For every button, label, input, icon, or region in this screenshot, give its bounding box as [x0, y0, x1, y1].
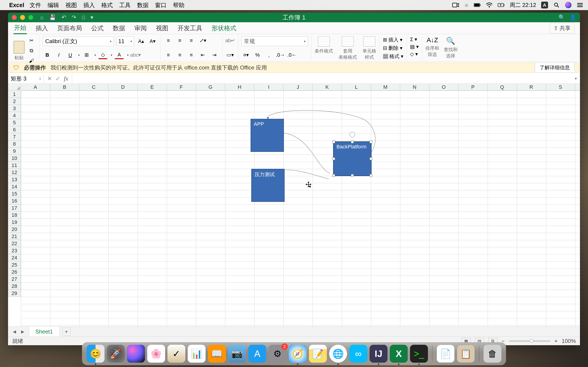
qat-undo-icon[interactable]: ↶ [61, 14, 66, 21]
spotlight-icon[interactable] [553, 2, 560, 8]
menu-tools[interactable]: 工具 [119, 1, 131, 9]
resize-handle-se[interactable] [370, 174, 372, 177]
dock-systempreferences-icon[interactable]: ⚙2 [268, 345, 286, 363]
tab-data[interactable]: 数据 [112, 23, 126, 34]
row-header[interactable]: 13 [8, 176, 21, 183]
number-format-dropdown[interactable]: 常规 ▾ [242, 36, 308, 46]
delete-cells-button[interactable]: ⊟ 删除 ▾ [383, 45, 403, 52]
select-all-corner[interactable] [8, 84, 21, 91]
autosum-button[interactable]: Σ ▾ [410, 36, 419, 42]
dock-safari-icon[interactable]: 🧭 [289, 345, 307, 363]
row-header[interactable]: 28 [8, 283, 21, 290]
wifi-icon[interactable] [486, 2, 493, 8]
shape-stress-test[interactable]: 压力测试 [251, 169, 285, 202]
qat-customize-icon[interactable]: ▾ [90, 14, 93, 21]
dock-trash-icon[interactable]: 🗑 [484, 345, 502, 363]
row-header[interactable]: 27 [8, 275, 21, 283]
cell-grid[interactable]: APP 压力测试 BackPlatform ↻ [21, 91, 580, 326]
menu-insert[interactable]: 插入 [83, 1, 95, 9]
window-account-icon[interactable]: 👤 [569, 14, 576, 21]
column-header[interactable]: K [313, 84, 342, 90]
tab-insert[interactable]: 插入 [35, 23, 48, 34]
tab-page-layout[interactable]: 页面布局 [57, 23, 82, 34]
dock-notes-icon[interactable]: 📝 [309, 345, 327, 363]
dock-photos-icon[interactable]: 🌸 [147, 345, 165, 363]
dock-reminders-icon[interactable]: ✓ [167, 345, 185, 363]
dock-baidunetdisk-icon[interactable]: ∞ [349, 345, 367, 363]
row-header[interactable]: 15 [8, 190, 21, 197]
row-header[interactable]: 2 [8, 98, 21, 105]
column-header[interactable]: S [546, 84, 575, 90]
zoom-slider[interactable] [509, 340, 550, 342]
font-size-dropdown[interactable]: 11 ▾ [116, 36, 134, 46]
row-header[interactable]: 4 [8, 112, 21, 119]
merge-cells-button[interactable]: ▭▾ [225, 51, 235, 59]
column-header[interactable]: N [400, 84, 429, 90]
column-header[interactable]: R [517, 84, 546, 90]
resize-handle-s[interactable] [351, 174, 354, 177]
zoom-percent[interactable]: 100% [562, 338, 576, 344]
sort-filter-button[interactable]: A↓Z 排序和 筛选 [425, 36, 439, 58]
sheet-nav-prev[interactable]: ◀ [10, 328, 19, 335]
resize-handle-n[interactable] [351, 141, 354, 143]
close-window-button[interactable] [12, 15, 17, 20]
row-header[interactable]: 10 [8, 155, 21, 162]
row-header[interactable]: 6 [8, 126, 21, 133]
row-header[interactable]: 22 [8, 240, 21, 247]
dock-chrome-icon[interactable]: 🌐 [329, 345, 347, 363]
column-header[interactable]: O [429, 84, 458, 90]
column-header[interactable]: I [254, 84, 284, 90]
decrease-font-button[interactable]: A▾ [148, 37, 157, 45]
percent-button[interactable]: % [253, 51, 262, 59]
font-color-button[interactable]: A [115, 51, 124, 59]
cell-styles-button[interactable]: 单元格 样式 [363, 36, 376, 60]
row-header[interactable]: 26 [8, 268, 21, 275]
control-center-icon[interactable] [577, 2, 583, 8]
qat-print-icon[interactable]: ⎙ [82, 14, 85, 21]
formula-input[interactable] [72, 74, 572, 83]
tab-view[interactable]: 视图 [156, 23, 169, 34]
resize-handle-w[interactable] [332, 157, 335, 160]
bluetooth-icon[interactable]: ⚹ [464, 2, 469, 8]
row-header[interactable]: 1 [8, 91, 21, 98]
row-header[interactable]: 17 [8, 204, 21, 211]
row-header[interactable]: 24 [8, 254, 21, 261]
dock-numbers-icon[interactable]: 📊 [188, 345, 206, 363]
formula-expand-button[interactable]: ▾ [572, 74, 580, 83]
format-as-table-button[interactable]: 套用 表格格式 [338, 36, 357, 60]
align-right-button[interactable]: ≡ [187, 51, 196, 59]
tab-formulas[interactable]: 公式 [91, 23, 104, 34]
share-button[interactable]: ⇪ 共享 [550, 23, 574, 33]
orientation-button[interactable]: ⤢▾ [198, 36, 208, 45]
fx-icon[interactable]: fx [64, 75, 68, 82]
tab-developer[interactable]: 开发工具 [177, 23, 203, 34]
resize-handle-e[interactable] [370, 157, 372, 160]
row-header[interactable]: 18 [8, 211, 21, 219]
menu-view[interactable]: 视图 [65, 1, 77, 9]
shape-app[interactable]: APP [251, 119, 284, 152]
dock-appstore-icon[interactable]: A [248, 345, 266, 363]
sheet-tab-1[interactable]: Sheet1 [29, 326, 60, 337]
zoom-thumb[interactable] [530, 339, 533, 343]
row-header[interactable]: 8 [8, 140, 21, 148]
conditional-format-button[interactable]: 条件格式 [315, 36, 333, 54]
increase-font-button[interactable]: A▴ [137, 37, 146, 45]
row-header[interactable]: 3 [8, 105, 21, 112]
resize-handle-ne[interactable] [370, 141, 372, 143]
clear-button[interactable]: ◇ ▾ [410, 51, 419, 57]
column-header[interactable]: P [458, 84, 488, 90]
align-left-button[interactable]: ≡ [164, 51, 173, 59]
formula-enter-button[interactable]: ✓ [56, 75, 60, 82]
column-header[interactable]: E [138, 84, 167, 90]
insert-cells-button[interactable]: ⊞ 插入 ▾ [383, 36, 403, 43]
battery-charging-icon[interactable] [498, 2, 505, 8]
dock-recent-doc-2[interactable]: 📋 [457, 345, 475, 363]
border-button[interactable]: ⊞ [82, 51, 91, 59]
menu-help[interactable]: 帮助 [173, 1, 184, 9]
chevron-down-icon[interactable]: ▾ [95, 53, 96, 57]
tab-shape-format[interactable]: 形状格式 [211, 23, 237, 34]
comma-button[interactable]: , [264, 51, 274, 59]
fill-button[interactable]: ▤ ▾ [410, 44, 419, 50]
column-header[interactable]: F [167, 84, 196, 90]
menu-format[interactable]: 格式 [101, 1, 113, 9]
